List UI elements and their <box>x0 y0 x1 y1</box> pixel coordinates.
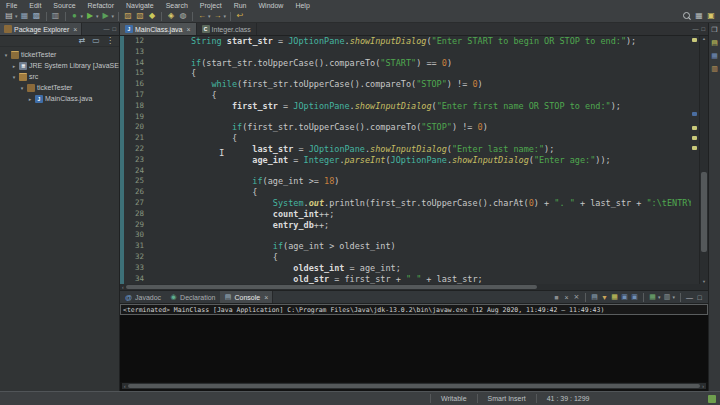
scroll-left-icon[interactable]: ‹ <box>120 284 126 290</box>
collapse-icon[interactable]: ▾ <box>11 74 17 80</box>
menu-run[interactable]: Run <box>228 2 253 9</box>
line-number[interactable]: 27 <box>120 198 150 209</box>
line-number[interactable]: 25 <box>120 176 150 187</box>
line-number[interactable]: 17 <box>120 90 150 101</box>
line-number[interactable]: 19 <box>120 112 150 123</box>
line-number[interactable]: 29 <box>120 220 150 231</box>
open-type-icon[interactable]: ◈ <box>166 11 176 22</box>
dropdown-icon[interactable]: ▾ <box>15 13 18 19</box>
line-number[interactable]: 24 <box>120 166 150 177</box>
dropdown-icon[interactable]: ▾ <box>208 13 211 19</box>
tab-package-explorer[interactable]: Package Explorer × <box>0 23 82 35</box>
editor-vertical-scrollbar[interactable]: ▲ ▼ <box>699 36 708 284</box>
tree-item-tickettester[interactable]: ▾ticketTester <box>0 82 119 93</box>
collapse-icon[interactable]: ▾ <box>19 85 25 91</box>
console-output[interactable] <box>120 315 708 382</box>
menu-window[interactable]: Window <box>252 2 289 9</box>
scroll-lock-icon[interactable]: ▼ <box>600 293 609 302</box>
view-menu-icon[interactable]: ▥ <box>662 293 671 302</box>
external-tools-icon[interactable]: ▶ <box>101 11 111 22</box>
new-wizard-icon[interactable]: ▤ <box>4 11 14 22</box>
minimize-icon[interactable]: — <box>103 26 109 32</box>
line-number[interactable]: 15 <box>120 68 150 79</box>
clear-console-icon[interactable]: ▤ <box>590 293 599 302</box>
maximize-icon[interactable]: □ <box>112 26 116 32</box>
collapse-icon[interactable]: ▾ <box>3 52 9 58</box>
search-icon[interactable] <box>682 11 692 22</box>
remove-all-launches-icon[interactable]: ⨯ <box>572 293 581 302</box>
back-icon[interactable]: ← <box>197 11 207 22</box>
line-number[interactable]: 33 <box>120 263 150 274</box>
close-icon[interactable]: × <box>186 26 190 33</box>
scroll-up-icon[interactable]: ▲ <box>700 36 708 41</box>
tree-item-src[interactable]: ▾src <box>0 71 119 82</box>
open-console-icon[interactable]: ▦ <box>648 293 657 302</box>
menu-file[interactable]: File <box>0 2 23 9</box>
task-list-view-icon[interactable]: ▦ <box>710 51 719 60</box>
overview-ruler[interactable] <box>691 36 699 284</box>
line-number[interactable]: 22 <box>120 144 150 155</box>
outline-view-icon[interactable]: ▤ <box>710 38 719 47</box>
line-number[interactable]: 20 <box>120 122 150 133</box>
display-selected-console-icon[interactable]: ▣ <box>630 293 639 302</box>
save-icon[interactable]: ▦ <box>20 11 30 22</box>
line-number[interactable]: 32 <box>120 252 150 263</box>
tab-declaration[interactable]: ◉Declaration <box>165 291 219 303</box>
remove-launch-icon[interactable]: × <box>562 293 571 302</box>
new-package-icon[interactable]: ▧ <box>135 11 145 22</box>
line-number[interactable]: 31 <box>120 241 150 252</box>
dropdown-icon[interactable]: ▾ <box>224 13 227 19</box>
annotation-marker[interactable] <box>692 38 697 42</box>
tree-item-tickettester[interactable]: ▾ticketTester <box>0 49 119 60</box>
menu-refactor[interactable]: Refactor <box>82 2 120 9</box>
editor-horizontal-scrollbar[interactable]: ‹ <box>120 284 708 290</box>
code-editor[interactable]: 12 String start_str = JOptionPane.showIn… <box>120 36 691 284</box>
tree-item-mainclass-java[interactable]: ▸JMainClass.java <box>0 93 119 104</box>
dropdown-icon[interactable]: ▾ <box>658 294 661 300</box>
collapse-all-icon[interactable]: ▭ <box>91 36 101 47</box>
dropdown-icon[interactable]: ▾ <box>96 13 99 19</box>
tab-javadoc[interactable]: @Javadoc <box>120 291 165 303</box>
view-menu-icon[interactable]: ⋮ <box>105 36 115 47</box>
line-number[interactable]: 14 <box>120 58 150 69</box>
menu-source[interactable]: Source <box>47 2 81 9</box>
close-icon[interactable]: × <box>264 294 268 301</box>
line-number[interactable]: 28 <box>120 209 150 220</box>
annotation-marker[interactable] <box>692 146 697 150</box>
dropdown-icon[interactable]: ▾ <box>112 13 115 19</box>
expand-icon[interactable]: ▸ <box>11 63 17 69</box>
line-number[interactable]: 18 <box>120 101 150 112</box>
dropdown-icon[interactable]: ▾ <box>81 13 84 19</box>
forward-icon[interactable]: → <box>213 11 223 22</box>
menu-search[interactable]: Search <box>160 2 194 9</box>
line-number[interactable]: 26 <box>120 187 150 198</box>
restore-view-icon[interactable]: ❐ <box>710 25 719 34</box>
line-number[interactable]: 13 <box>120 47 150 58</box>
link-with-editor-icon[interactable]: ⇄ <box>77 36 87 47</box>
minimize-icon[interactable]: — <box>685 293 694 302</box>
java-perspective-icon[interactable]: ▣ <box>706 11 716 22</box>
dropdown-icon[interactable]: ▾ <box>672 294 675 300</box>
menu-project[interactable]: Project <box>194 2 228 9</box>
menu-navigate[interactable]: Navigate <box>120 2 160 9</box>
scroll-down-icon[interactable]: ▼ <box>700 279 708 284</box>
scrollbar-thumb[interactable] <box>126 285 538 289</box>
last-edit-location-icon[interactable]: ↩ <box>235 11 245 22</box>
menu-edit[interactable]: Edit <box>23 2 47 9</box>
line-number[interactable]: 23 <box>120 155 150 166</box>
line-number[interactable]: 16 <box>120 79 150 90</box>
line-number[interactable]: 34 <box>120 274 150 284</box>
debug-icon[interactable]: ● <box>70 11 80 22</box>
line-number[interactable]: 12 <box>120 36 150 47</box>
expand-icon[interactable]: ▸ <box>27 96 33 102</box>
tab-console[interactable]: ▤Console× <box>220 291 274 303</box>
annotation-marker[interactable] <box>692 126 697 130</box>
menu-help[interactable]: Help <box>289 2 315 9</box>
console-horizontal-scrollbar[interactable]: ‹ › <box>122 383 706 389</box>
annotation-marker[interactable] <box>692 112 697 116</box>
editor-tab-mainclass-java[interactable]: JMainClass.java× <box>120 23 197 35</box>
scrollbar-thumb[interactable] <box>701 172 707 251</box>
scrollbar-thumb[interactable] <box>128 384 701 388</box>
new-class-icon[interactable]: ◆ <box>147 11 157 22</box>
line-number[interactable]: 30 <box>120 230 150 241</box>
